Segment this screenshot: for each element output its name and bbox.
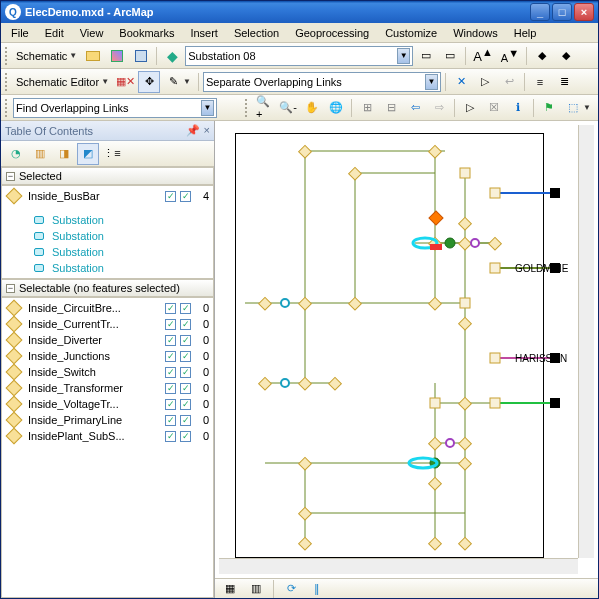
menu-selection[interactable]: Selection	[228, 25, 285, 41]
checkbox-visible[interactable]	[165, 319, 176, 330]
list-by-visibility-icon[interactable]: ◨	[53, 143, 75, 165]
refresh-icon[interactable]: ⟳	[280, 578, 302, 599]
menu-windows[interactable]: Windows	[447, 25, 504, 41]
layer-row[interactable]: Inside_CurrentTr...0	[2, 316, 213, 332]
increase-symbol-icon[interactable]: ◆	[555, 45, 577, 67]
save-diagram-icon[interactable]	[106, 45, 128, 67]
checkbox-selectable[interactable]	[180, 191, 191, 202]
find-input[interactable]	[16, 100, 201, 116]
pan-icon[interactable]: ✋	[301, 97, 323, 119]
layer-row[interactable]: Inside_Switch0	[2, 364, 213, 380]
fwd-extent-icon[interactable]: ⇨	[428, 97, 450, 119]
font-smaller-icon[interactable]: A▼	[498, 45, 522, 67]
toolbar-grip[interactable]	[245, 99, 249, 117]
menu-insert[interactable]: Insert	[184, 25, 224, 41]
checkbox-visible[interactable]	[165, 303, 176, 314]
fixed-zoom-in-icon[interactable]: ⊞	[356, 97, 378, 119]
layer-row[interactable]: Inside_PrimaryLine0	[2, 412, 213, 428]
options-icon[interactable]: ⋮≡	[101, 143, 123, 165]
checkbox-visible[interactable]	[165, 399, 176, 410]
dropdown-icon[interactable]: ▼	[201, 100, 214, 116]
generate-diagram-icon[interactable]	[130, 45, 152, 67]
horizontal-scrollbar[interactable]	[219, 558, 578, 574]
layer-row[interactable]: Inside_Transformer0	[2, 380, 213, 396]
checkbox-visible[interactable]	[165, 367, 176, 378]
back-extent-icon[interactable]: ⇦	[404, 97, 426, 119]
layer-row[interactable]: Inside_Junctions0	[2, 348, 213, 364]
remove-link-icon[interactable]: ▦✕	[114, 71, 136, 93]
pin-icon[interactable]: 📌	[186, 124, 200, 137]
toolbar-grip[interactable]	[5, 73, 9, 91]
checkbox-visible[interactable]	[165, 431, 176, 442]
edit-tool-dropdown[interactable]: ✎▼	[162, 71, 194, 93]
menu-help[interactable]: Help	[508, 25, 543, 41]
pause-drawing-icon[interactable]: ‖	[306, 578, 328, 599]
zoom-out-icon[interactable]: 🔍-	[277, 97, 299, 119]
menu-bookmarks[interactable]: Bookmarks	[113, 25, 180, 41]
collapse-icon[interactable]: −	[6, 172, 15, 181]
toolbar-grip[interactable]	[5, 99, 9, 117]
zoom-in-icon[interactable]: 🔍+	[253, 97, 275, 119]
dropdown-icon[interactable]: ▼	[425, 74, 438, 90]
checkbox-selectable[interactable]	[180, 399, 191, 410]
toolbar-grip[interactable]	[5, 47, 9, 65]
align-v-icon[interactable]: ≣	[553, 71, 575, 93]
goto-xy-icon[interactable]: ⚑	[538, 97, 560, 119]
schematic-editor-dropdown[interactable]: Schematic Editor▼	[13, 71, 112, 93]
select-features-icon[interactable]: ▷	[459, 97, 481, 119]
checkbox-selectable[interactable]	[180, 431, 191, 442]
menu-file[interactable]: File	[5, 25, 35, 41]
open-folder-icon[interactable]	[82, 45, 104, 67]
task-select-input[interactable]	[206, 74, 425, 90]
find-route-icon[interactable]: ⬚▼	[562, 97, 594, 119]
layer-select[interactable]: ▼	[185, 46, 413, 66]
fixed-zoom-out-icon[interactable]: ⊟	[380, 97, 402, 119]
list-by-source-icon[interactable]: ▥	[29, 143, 51, 165]
selected-header[interactable]: − Selected	[1, 167, 214, 185]
task-select[interactable]: ▼	[203, 72, 441, 92]
layer-row[interactable]: Inside_Diverter0	[2, 332, 213, 348]
maximize-button[interactable]: □	[552, 3, 572, 21]
checkbox-visible[interactable]	[165, 383, 176, 394]
substation-row[interactable]: Substation	[2, 260, 213, 276]
align-h-icon[interactable]: ≡	[529, 71, 551, 93]
minimize-button[interactable]: _	[530, 3, 550, 21]
pointer-icon[interactable]: ▷	[474, 71, 496, 93]
checkbox-selectable[interactable]	[180, 319, 191, 330]
substation-row[interactable]: Substation	[2, 212, 213, 228]
font-larger-icon[interactable]: A▲	[470, 45, 496, 67]
checkbox-visible[interactable]	[165, 191, 176, 202]
schematic-dropdown[interactable]: Schematic▼	[13, 45, 80, 67]
collapse-icon[interactable]: −	[6, 284, 15, 293]
back-arrow-icon[interactable]: ↩	[498, 71, 520, 93]
substation-row[interactable]: Substation	[2, 228, 213, 244]
checkbox-selectable[interactable]	[180, 351, 191, 362]
checkbox-visible[interactable]	[165, 415, 176, 426]
checkbox-selectable[interactable]	[180, 383, 191, 394]
checkbox-selectable[interactable]	[180, 303, 191, 314]
menu-geoprocessing[interactable]: Geoprocessing	[289, 25, 375, 41]
decrease-symbol-icon[interactable]: ◆	[531, 45, 553, 67]
layer-icon[interactable]: ◆	[161, 45, 183, 67]
move-tool-icon[interactable]: ✥	[138, 71, 160, 93]
checkbox-visible[interactable]	[165, 335, 176, 346]
select-schematic-icon[interactable]: ✕	[450, 71, 472, 93]
layer-select-input[interactable]	[188, 48, 397, 64]
checkbox-selectable[interactable]	[180, 367, 191, 378]
map-canvas[interactable]: GOLDMINE HARISSON	[219, 125, 594, 574]
list-by-drawing-icon[interactable]: ◔	[5, 143, 27, 165]
layer-row[interactable]: Inside_VoltageTr...0	[2, 396, 213, 412]
find-select[interactable]: ▼	[13, 98, 217, 118]
menu-view[interactable]: View	[74, 25, 110, 41]
checkbox-selectable[interactable]	[180, 335, 191, 346]
close-panel-icon[interactable]: ×	[204, 124, 210, 137]
list-by-selection-icon[interactable]: ◩	[77, 143, 99, 165]
layout-view-icon[interactable]: ▥	[245, 578, 267, 599]
substation-row[interactable]: Substation	[2, 244, 213, 260]
layer-row-busbar[interactable]: Inside_BusBar 4	[2, 188, 213, 204]
propagate-icon[interactable]: ▭	[415, 45, 437, 67]
vertical-scrollbar[interactable]	[578, 125, 594, 558]
propagate2-icon[interactable]: ▭	[439, 45, 461, 67]
checkbox-selectable[interactable]	[180, 415, 191, 426]
layer-row[interactable]: InsidePlant_SubS...0	[2, 428, 213, 444]
